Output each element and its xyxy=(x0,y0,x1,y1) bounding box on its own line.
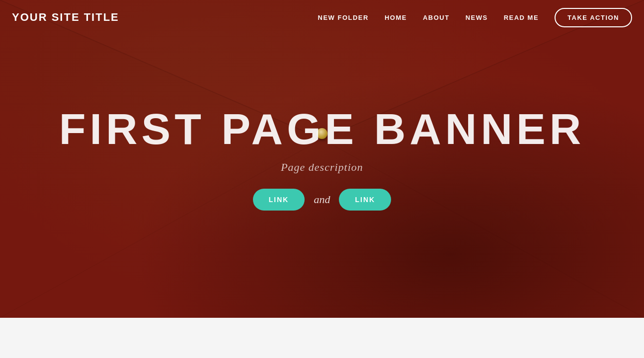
nav-link-new-folder[interactable]: NEW FOLDER xyxy=(318,14,369,21)
and-text: and xyxy=(314,193,330,206)
nav-link-news[interactable]: NEWS xyxy=(466,14,488,21)
hero-content: FIRST PAGE BANNER Page description LINK … xyxy=(59,107,585,211)
hero-link-button-2[interactable]: LINK xyxy=(339,189,391,211)
below-fold-section xyxy=(0,318,644,358)
nav-link-read-me[interactable]: READ ME xyxy=(504,14,539,21)
hero-section: FIRST PAGE BANNER Page description LINK … xyxy=(0,0,644,318)
page-description: Page description xyxy=(281,161,363,174)
site-title: YOUR SITE TITLE xyxy=(12,11,119,24)
navigation: YOUR SITE TITLE NEW FOLDER HOME ABOUT NE… xyxy=(0,0,644,35)
nav-link-home[interactable]: HOME xyxy=(385,14,407,21)
take-action-button[interactable]: TAKE ACTION xyxy=(555,8,632,27)
hero-buttons: LINK and LINK xyxy=(253,189,391,211)
nav-link-about[interactable]: ABOUT xyxy=(423,14,450,21)
banner-title: FIRST PAGE BANNER xyxy=(59,107,585,151)
nav-links: NEW FOLDER HOME ABOUT NEWS READ ME TAKE … xyxy=(318,8,632,27)
hero-link-button-1[interactable]: LINK xyxy=(253,189,305,211)
